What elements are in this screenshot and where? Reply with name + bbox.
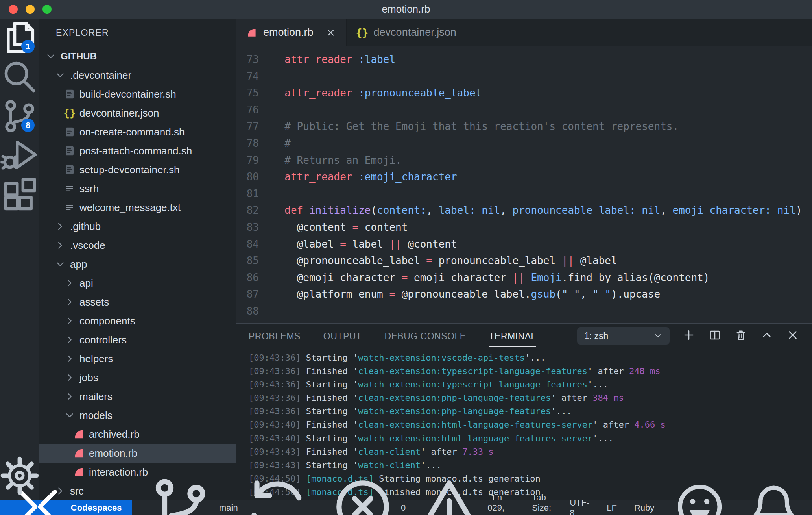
bell-icon: [746, 478, 802, 515]
panel-actions: 1: zsh: [577, 327, 799, 345]
code-line-85: 85 @pronounceable_label = pronounceable_…: [236, 252, 812, 269]
activity-source-control[interactable]: 8: [0, 97, 39, 137]
tree-item-controllers[interactable]: controllers: [39, 330, 236, 349]
chevron-right-icon: [54, 220, 66, 232]
codespaces-remote-indicator[interactable]: Codespaces: [0, 500, 132, 515]
terminal-line: [09:43:36] Finished 'clean-extension:typ…: [249, 365, 812, 378]
tree-item-helpers[interactable]: helpers: [39, 349, 236, 368]
tree-item--github[interactable]: .github: [39, 217, 236, 236]
trash-icon: [734, 328, 747, 343]
tree-item-post-attach-command-sh[interactable]: post-attach-command.sh: [39, 141, 236, 160]
encoding-status[interactable]: UTF-8: [570, 498, 589, 515]
editor-tab-emotion-rb[interactable]: emotion.rb: [236, 19, 347, 46]
activity-bar: 1 8: [0, 19, 39, 500]
search-icon: [0, 57, 39, 98]
activity-search[interactable]: [0, 58, 39, 97]
close-window-button[interactable]: [9, 5, 18, 14]
code-line-73: 73 attr_reader :label: [236, 51, 812, 68]
code-line-84: 84 @label = label || @content: [236, 236, 812, 253]
tree-item-ssrh[interactable]: ssrh: [39, 179, 236, 198]
tree-item-on-create-command-sh[interactable]: on-create-command.sh: [39, 122, 236, 141]
tree-item-components[interactable]: components: [39, 311, 236, 330]
tree-item-build-devcontainer-sh[interactable]: build-devcontainer.sh: [39, 85, 236, 104]
tree-item-label: api: [79, 277, 93, 289]
tab-size-status[interactable]: Tab Size: 4: [532, 493, 552, 515]
tree-item-label: welcome_message.txt: [79, 202, 181, 214]
panel-tabs: PROBLEMSOUTPUTDEBUG CONSOLETERMINAL: [249, 325, 536, 347]
activity-explorer[interactable]: 1: [0, 19, 39, 58]
git-branch-status[interactable]: main: [146, 472, 311, 515]
tree-item-jobs[interactable]: jobs: [39, 368, 236, 387]
chevron-right-icon: [64, 334, 76, 346]
tree-item--vscode[interactable]: .vscode: [39, 236, 236, 255]
tree-item-setup-devcontainer-sh[interactable]: setup-devcontainer.sh: [39, 160, 236, 179]
tree-item-label: .devcontainer: [70, 69, 131, 82]
tree-item-label: devcontainer.json: [79, 107, 159, 119]
code-line-82: 82 def initialize(content:, label: nil, …: [236, 202, 812, 219]
sidebar-header: EXPLORER: [39, 19, 236, 47]
tree-item--devcontainer[interactable]: .devcontainer: [39, 66, 236, 85]
chevron-down-icon: [54, 258, 66, 270]
notifications-bell[interactable]: [746, 478, 802, 515]
explorer-badge: 1: [21, 40, 35, 53]
maximize-panel-button[interactable]: [760, 329, 773, 343]
code-line-75: 75 attr_reader :pronounceable_label: [236, 85, 812, 102]
split-terminal-button[interactable]: [708, 329, 722, 343]
tree-item-label: app: [70, 258, 87, 270]
language-mode-status[interactable]: Ruby: [634, 503, 654, 513]
editor-tab-devcontainer-json[interactable]: {}devcontainer.json: [347, 19, 467, 46]
ruby-file-icon: [73, 447, 85, 459]
tree-item-label: jobs: [79, 372, 98, 384]
eol-label: LF: [607, 503, 617, 513]
tree-item-emotion-rb[interactable]: emotion.rb: [39, 444, 236, 463]
activity-extensions[interactable]: [0, 176, 39, 215]
line-number: 77: [236, 118, 259, 135]
tree-item-label: assets: [79, 296, 109, 308]
tree-item-models[interactable]: models: [39, 406, 236, 425]
chevron-down-icon: [54, 69, 66, 81]
line-text: @platform_enum = @pronounceable_label.gs…: [272, 286, 660, 303]
line-number: 82: [236, 202, 259, 219]
panel-tab-debug-console[interactable]: DEBUG CONSOLE: [384, 325, 466, 347]
minimize-window-button[interactable]: [26, 5, 35, 14]
cursor-position-status[interactable]: Ln 29, Col 7: [492, 493, 515, 515]
window-title: emotion.rb: [382, 3, 430, 15]
feedback-smiley[interactable]: [672, 478, 728, 515]
extensions-icon: [0, 175, 39, 216]
new-terminal-button[interactable]: [682, 329, 696, 343]
chevron-right-icon: [54, 239, 66, 251]
tree-item-assets[interactable]: assets: [39, 293, 236, 311]
tree-item-app[interactable]: app: [39, 255, 236, 274]
line-text: attr_reader :label: [272, 51, 395, 68]
close-panel-button[interactable]: [786, 329, 799, 343]
eol-status[interactable]: LF: [607, 503, 617, 513]
line-col-label: Ln 29, Col 7: [492, 493, 515, 515]
tree-item-label: models: [79, 409, 113, 422]
terminal-shell-select[interactable]: 1: zsh: [577, 327, 670, 345]
split-icon: [708, 328, 722, 343]
tree-item-welcome-message-txt[interactable]: welcome_message.txt: [39, 198, 236, 217]
problems-status[interactable]: 0 0: [328, 472, 492, 515]
scm-badge: 8: [21, 119, 35, 132]
tree-item-github[interactable]: GITHUB: [39, 47, 236, 66]
zoom-window-button[interactable]: [42, 5, 52, 14]
panel-tab-problems[interactable]: PROBLEMS: [249, 325, 301, 347]
close-tab-icon[interactable]: [326, 28, 336, 38]
tree-item-archived-rb[interactable]: archived.rb: [39, 425, 236, 444]
file-code-icon: [64, 126, 76, 138]
code-editor[interactable]: 73 attr_reader :label7475 attr_reader :p…: [236, 46, 812, 323]
panel-tab-output[interactable]: OUTPUT: [323, 325, 362, 347]
tree-item-devcontainer-json[interactable]: {}devcontainer.json: [39, 104, 236, 122]
tree-item-mailers[interactable]: mailers: [39, 387, 236, 406]
kill-terminal-button[interactable]: [734, 329, 747, 343]
panel-tab-terminal[interactable]: TERMINAL: [489, 325, 536, 347]
activity-run-debug[interactable]: [0, 137, 39, 176]
source-control-icon: [0, 96, 39, 137]
line-number: 80: [236, 169, 259, 185]
activity-settings[interactable]: [0, 457, 39, 496]
title-bar: emotion.rb: [0, 0, 812, 19]
line-text: @label = label || @content: [272, 236, 457, 253]
chevron-right-icon: [64, 391, 76, 402]
editor-tab-bar: emotion.rb{}devcontainer.json: [236, 19, 812, 46]
tree-item-api[interactable]: api: [39, 274, 236, 293]
